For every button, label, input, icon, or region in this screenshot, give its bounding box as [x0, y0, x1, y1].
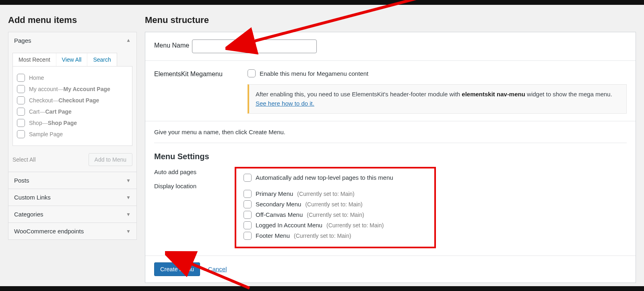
select-all-link[interactable]: Select All [12, 156, 36, 163]
chevron-down-icon: ▼ [126, 212, 131, 217]
location-footer-label: Footer Menu [256, 232, 290, 239]
page-checkbox[interactable] [17, 119, 25, 127]
settings-highlight-box: Automatically add new top-level pages to… [235, 167, 436, 248]
location-loggedin-checkbox[interactable] [244, 221, 252, 229]
create-menu-button[interactable]: Create Menu [154, 262, 200, 276]
location-footer-current: (Currently set to: Main) [294, 233, 351, 239]
menu-settings-heading: Menu Settings [154, 152, 627, 161]
menu-structure-panel: Menu structure Menu Name ElementsKit Meg… [145, 5, 636, 286]
page-label: My account [29, 86, 58, 92]
accordion-categories-title: Categories [14, 211, 43, 218]
tab-most-recent[interactable]: Most Recent [13, 53, 56, 66]
accordion-custom-links-title: Custom Links [14, 194, 51, 201]
display-location-label: Display location [154, 175, 235, 189]
accordion-custom-links[interactable]: Custom Links ▼ [8, 189, 137, 206]
page-label: Cart [29, 108, 39, 115]
location-offcanvas-checkbox[interactable] [244, 211, 252, 219]
auto-add-desc: Automatically add new top-level pages to… [256, 174, 393, 181]
main-heading: Menu structure [145, 15, 636, 25]
page-suffix: Checkout Page [58, 97, 99, 104]
page-suffix: Cart Page [45, 108, 71, 115]
page-item: Checkout — Checkout Page [17, 95, 128, 106]
page-checkbox[interactable] [17, 85, 25, 93]
accordion-woo[interactable]: WooCommerce endpoints ▼ [8, 222, 137, 240]
page-label: Sample Page [29, 131, 63, 137]
megamenu-help-link[interactable]: See here how to do it. [256, 100, 314, 107]
add-to-menu-button[interactable]: Add to Menu [89, 153, 132, 166]
location-offcanvas-label: Off-Canvas Menu [256, 211, 303, 218]
location-offcanvas-current: (Currently set to: Main) [307, 212, 364, 218]
location-primary-label: Primary Menu [256, 190, 293, 197]
page-label: Shop [29, 120, 42, 126]
sidebar-heading: Add menu items [8, 15, 137, 25]
location-primary-checkbox[interactable] [244, 190, 252, 198]
page-suffix: Shop Page [48, 120, 77, 126]
auto-add-pages-label: Auto add pages [154, 167, 235, 175]
page-checkbox[interactable] [17, 96, 25, 104]
megamenu-notice: After enabling this, you need to use Ele… [248, 84, 627, 114]
tab-search[interactable]: Search [87, 53, 116, 66]
megamenu-enable-checkbox[interactable] [248, 69, 256, 77]
accordion-posts[interactable]: Posts ▼ [8, 172, 137, 189]
page-item: Cart — Cart Page [17, 106, 128, 117]
chevron-down-icon: ▼ [126, 178, 131, 183]
accordion-pages: Pages ▼ Most Recent View All Search Home [8, 32, 137, 172]
chevron-down-icon: ▼ [126, 195, 131, 200]
add-menu-items-sidebar: Add menu items Pages ▼ Most Recent View … [8, 5, 145, 286]
accordion-posts-title: Posts [14, 177, 29, 184]
megamenu-title: ElementsKit Megamenu [154, 68, 248, 78]
pages-list: Home My account — My Account Page Checko… [12, 66, 132, 146]
cancel-link[interactable]: Cancel [208, 266, 227, 272]
page-checkbox[interactable] [17, 130, 25, 138]
location-footer-checkbox[interactable] [244, 232, 252, 240]
menu-name-input[interactable] [192, 39, 317, 53]
page-item: Shop — Shop Page [17, 117, 128, 129]
chevron-down-icon: ▼ [126, 229, 131, 234]
page-item: Home [17, 72, 128, 83]
location-primary-current: (Currently set to: Main) [297, 191, 354, 197]
location-secondary-label: Secondary Menu [256, 201, 301, 208]
page-item: Sample Page [17, 129, 128, 140]
location-loggedin-current: (Currently set to: Main) [326, 222, 384, 229]
top-black-bar [0, 0, 644, 5]
instruction-text: Give your menu a name, then click Create… [154, 129, 627, 135]
page-item: My account — My Account Page [17, 83, 128, 95]
page-suffix: My Account Page [64, 86, 110, 92]
tab-view-all[interactable]: View All [56, 53, 87, 66]
accordion-pages-header[interactable]: Pages ▼ [8, 32, 136, 49]
megamenu-enable-label: Enable this menu for Megamenu content [260, 70, 368, 77]
page-label: Checkout [29, 97, 53, 104]
bottom-black-bar [0, 286, 644, 291]
location-secondary-current: (Currently set to: Main) [305, 201, 362, 208]
page-label: Home [29, 75, 44, 81]
accordion-categories[interactable]: Categories ▼ [8, 206, 137, 223]
location-secondary-checkbox[interactable] [244, 200, 252, 208]
pages-tabs: Most Recent View All Search [12, 53, 117, 66]
accordion-pages-title: Pages [14, 37, 31, 44]
location-loggedin-label: Logged In Account Menu [256, 222, 322, 229]
auto-add-checkbox[interactable] [244, 174, 252, 182]
page-checkbox[interactable] [17, 108, 25, 116]
chevron-up-icon: ▼ [126, 38, 131, 44]
menu-name-label: Menu Name [154, 39, 192, 49]
page-checkbox[interactable] [17, 74, 25, 82]
accordion-woo-title: WooCommerce endpoints [14, 228, 84, 235]
